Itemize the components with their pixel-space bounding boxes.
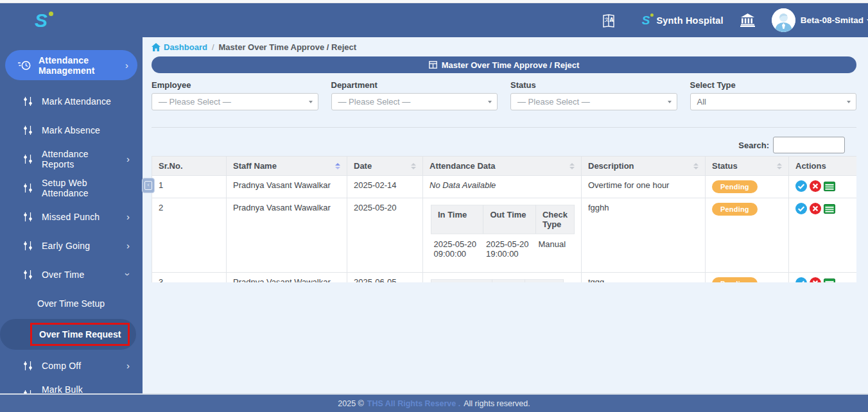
details-icon[interactable] bbox=[824, 180, 835, 192]
cell-staff-name: Pradnya Vasant Wawalkar bbox=[227, 198, 347, 273]
status-badge: Pending bbox=[712, 180, 758, 193]
filter-bar: Employee — Please Select — Department — … bbox=[152, 80, 856, 110]
footer-link[interactable]: THS All Rights Reserve . bbox=[367, 399, 460, 408]
cell-actions bbox=[789, 273, 857, 283]
select-caret-icon bbox=[668, 101, 672, 103]
status-select[interactable]: — Please Select — bbox=[510, 93, 677, 110]
approve-icon[interactable] bbox=[795, 277, 807, 282]
sidebar-item-comp-off[interactable]: Comp Off › bbox=[0, 351, 143, 380]
brand-dot-icon bbox=[650, 13, 654, 17]
svg-text:文: 文 bbox=[604, 17, 609, 22]
table-grid-icon bbox=[429, 61, 437, 69]
user-menu[interactable]: Beta-08-Smitad bbox=[801, 15, 868, 25]
cell-date: 2025-02-14 bbox=[347, 176, 423, 198]
sidebar-item-mark-absence[interactable]: Mark Absence bbox=[0, 116, 143, 144]
sidebar: Attendance Management › Mark Attendance … bbox=[0, 37, 143, 393]
sidebar-subitem-over-time-request[interactable]: Over Time Request bbox=[0, 319, 136, 350]
col-status[interactable]: Status bbox=[706, 157, 789, 176]
employee-select-value: — Please Select — bbox=[159, 97, 231, 107]
breadcrumb-dashboard-link[interactable]: Dashboard bbox=[152, 42, 207, 52]
details-icon[interactable] bbox=[824, 203, 835, 214]
sort-icon[interactable] bbox=[407, 163, 416, 169]
sort-icon[interactable] bbox=[566, 163, 575, 169]
table-row: 3 Pradnya Vasant Wawalkar 2025-06-05 In … bbox=[152, 273, 857, 283]
col-description[interactable]: Description bbox=[582, 157, 706, 176]
status-badge: Pending bbox=[712, 203, 758, 216]
filter-label: Employee bbox=[152, 80, 318, 90]
search-input[interactable] bbox=[773, 137, 845, 153]
topbar: S 文 A S Synth Hospital bbox=[0, 3, 868, 37]
employee-select[interactable]: — Please Select — bbox=[152, 93, 318, 110]
sidebar-item-missed-punch[interactable]: Missed Punch › bbox=[0, 202, 143, 231]
sort-icon[interactable] bbox=[773, 163, 782, 169]
sidebar-collapse-button[interactable]: ‹ bbox=[142, 178, 155, 193]
sidebar-item-mark-attendance[interactable]: Mark Attendance bbox=[0, 87, 143, 116]
translate-icon[interactable]: 文 A bbox=[601, 13, 616, 28]
cell-description: fgghh bbox=[582, 198, 706, 273]
approve-icon[interactable] bbox=[795, 203, 807, 214]
search-row: Search: bbox=[152, 137, 845, 153]
brand-letter: S bbox=[642, 13, 650, 27]
logo-dot-icon bbox=[49, 12, 53, 16]
select-caret-icon bbox=[309, 101, 313, 103]
breadcrumb-home-label: Dashboard bbox=[164, 42, 207, 52]
nested-cell-check-type: Manual bbox=[535, 234, 574, 264]
svg-text:A: A bbox=[609, 17, 614, 23]
reject-icon[interactable] bbox=[810, 180, 821, 192]
chevron-right-icon: › bbox=[125, 60, 128, 70]
type-select[interactable]: All bbox=[690, 93, 857, 110]
avatar[interactable] bbox=[772, 8, 795, 32]
sidebar-item-mark-bulk-attendance[interactable]: Mark Bulk Attendance bbox=[0, 380, 143, 393]
sidebar-item-attendance-management[interactable]: Attendance Management › bbox=[5, 50, 137, 80]
table-row: 1 Pradnya Vasant Wawalkar 2025-02-14 No … bbox=[152, 176, 857, 198]
sliders-icon bbox=[23, 361, 33, 371]
table-container: Sr.No. Staff Name Date Attendance Data D… bbox=[152, 156, 856, 282]
department-select[interactable]: — Please Select — bbox=[331, 93, 498, 110]
filter-status: Status — Please Select — bbox=[510, 80, 677, 110]
select-caret-icon bbox=[488, 101, 492, 103]
reject-icon[interactable] bbox=[810, 203, 821, 214]
footer-rights: All rights reserved. bbox=[464, 399, 530, 408]
type-select-value: All bbox=[697, 97, 706, 107]
nested-col-in-time: In Time bbox=[431, 205, 483, 234]
cell-attendance: In Time Out Time Check Type 2025-05-20 0… bbox=[423, 198, 582, 273]
approve-icon[interactable] bbox=[795, 180, 807, 192]
col-attendance-data[interactable]: Attendance Data bbox=[423, 157, 582, 176]
logo-letter: S bbox=[35, 10, 48, 31]
sliders-icon bbox=[23, 183, 33, 193]
col-staff-name[interactable]: Staff Name bbox=[227, 157, 347, 176]
sliders-icon bbox=[23, 241, 33, 251]
col-date[interactable]: Date bbox=[347, 157, 423, 176]
cell-actions bbox=[789, 176, 857, 198]
nested-col-in-time: In Time bbox=[431, 280, 492, 283]
reject-icon[interactable] bbox=[810, 277, 821, 282]
institution-icon[interactable] bbox=[740, 13, 755, 27]
sidebar-item-setup-web-attendance[interactable]: Setup Web Attendance bbox=[0, 173, 143, 202]
sidebar-subitem-over-time-setup[interactable]: Over Time Setup bbox=[0, 289, 143, 318]
search-label: Search: bbox=[738, 141, 769, 150]
cell-srno: 1 bbox=[152, 176, 227, 198]
sliders-icon bbox=[23, 96, 33, 107]
cell-staff-name: Pradnya Vasant Wawalkar bbox=[227, 176, 347, 198]
filter-employee: Employee — Please Select — bbox=[152, 80, 318, 110]
sort-icon[interactable] bbox=[690, 163, 699, 169]
sidebar-item-early-going[interactable]: Early Going › bbox=[0, 231, 143, 260]
department-select-value: — Please Select — bbox=[338, 97, 411, 107]
sidebar-item-label: Setup Web Attendance bbox=[42, 178, 130, 198]
footer-year: 2025 © bbox=[338, 399, 364, 408]
sidebar-item-attendance-reports[interactable]: Attendance Reports › bbox=[0, 144, 143, 173]
cell-date: 2025-05-20 bbox=[347, 198, 423, 273]
sort-icon[interactable] bbox=[331, 163, 340, 169]
sidebar-item-over-time[interactable]: Over Time › bbox=[0, 260, 143, 289]
details-icon[interactable] bbox=[824, 277, 835, 282]
panel-header: Master Over Time Approve / Reject bbox=[152, 56, 856, 73]
chevron-right-icon: › bbox=[126, 241, 130, 250]
cell-srno: 2 bbox=[152, 198, 227, 273]
main-content: Dashboard / Master Over Time Approve / R… bbox=[143, 37, 868, 393]
cell-status: Pending bbox=[706, 176, 789, 198]
footer: 2025 © THS All Rights Reserve . All righ… bbox=[0, 393, 868, 412]
cell-description: Overtime for one hour bbox=[582, 176, 706, 198]
nested-cell-in-time: 2025-05-20 09:00:00 bbox=[431, 234, 483, 264]
section-divider bbox=[152, 127, 856, 128]
table-header-row: Sr.No. Staff Name Date Attendance Data D… bbox=[152, 157, 857, 176]
